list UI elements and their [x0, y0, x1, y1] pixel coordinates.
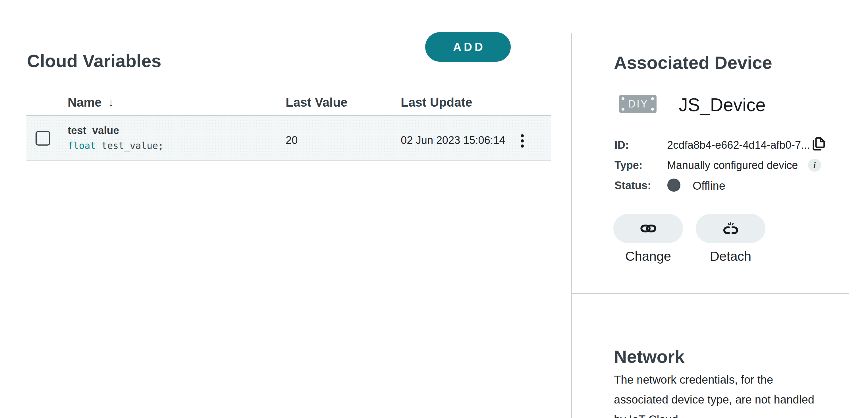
info-icon-glyph: i: [813, 160, 816, 170]
device-id-label: ID:: [615, 139, 629, 151]
network-description-line: associated device type, are not handled: [614, 390, 864, 410]
column-header-last-value: Last Value: [286, 95, 348, 110]
sort-descending-icon: ↓: [108, 96, 114, 108]
add-variable-button-label: ADD: [451, 41, 486, 54]
diy-board-badge-label: DIY: [627, 98, 649, 110]
network-description-line: by IoT Cloud: [614, 410, 864, 418]
copy-icon: [810, 136, 827, 152]
kebab-dot: [521, 145, 524, 148]
device-status-value: Offline: [693, 179, 725, 192]
link-icon: [640, 224, 656, 233]
broken-link-icon: [723, 222, 739, 235]
panel-vertical-divider: [571, 33, 572, 418]
add-variable-button[interactable]: ADD: [425, 32, 511, 62]
variable-type-keyword: float: [68, 140, 96, 151]
table-row[interactable]: test_value floattest_value; 20 02 Jun 20…: [26, 115, 551, 161]
column-header-name-label: Name: [68, 95, 102, 110]
variable-name: test_value: [68, 124, 164, 137]
cell-variable-name: test_value floattest_value;: [68, 124, 164, 152]
kebab-dot: [521, 134, 524, 137]
copy-id-icon[interactable]: [810, 136, 827, 153]
row-checkbox[interactable]: [35, 131, 50, 146]
change-device-label: Change: [613, 248, 683, 264]
row-options-kebab-icon[interactable]: [515, 130, 529, 152]
section-divider: [572, 293, 849, 294]
page-title: Cloud Variables: [27, 51, 161, 71]
network-title: Network: [614, 346, 685, 367]
detach-device-button[interactable]: [696, 214, 766, 243]
cell-last-update: 02 Jun 2023 15:06:14: [401, 134, 505, 146]
variable-declaration: floattest_value;: [68, 140, 164, 152]
change-device-button[interactable]: [613, 214, 683, 243]
device-type-label: Type:: [615, 159, 643, 172]
type-info-icon[interactable]: i: [808, 159, 821, 172]
cell-last-value: 20: [286, 134, 298, 146]
status-offline-dot-icon: [668, 179, 680, 192]
device-id-value: 2cdfa8b4-e662-4d14-afb0-7...: [667, 139, 810, 151]
kebab-dot: [521, 139, 524, 143]
device-name: JS_Device: [679, 94, 766, 115]
network-description: The network credentials, for the associa…: [614, 370, 864, 418]
network-description-line: The network credentials, for the: [614, 370, 864, 390]
detach-device-label: Detach: [696, 248, 766, 264]
device-type-value: Manually configured device: [667, 159, 798, 172]
diy-board-badge: DIY: [619, 95, 656, 113]
column-header-name[interactable]: Name ↓: [68, 95, 114, 110]
device-status-label: Status:: [615, 179, 651, 192]
column-header-last-update: Last Update: [401, 95, 472, 110]
variable-declaration-rest: test_value;: [101, 140, 164, 151]
associated-device-title: Associated Device: [614, 52, 772, 73]
